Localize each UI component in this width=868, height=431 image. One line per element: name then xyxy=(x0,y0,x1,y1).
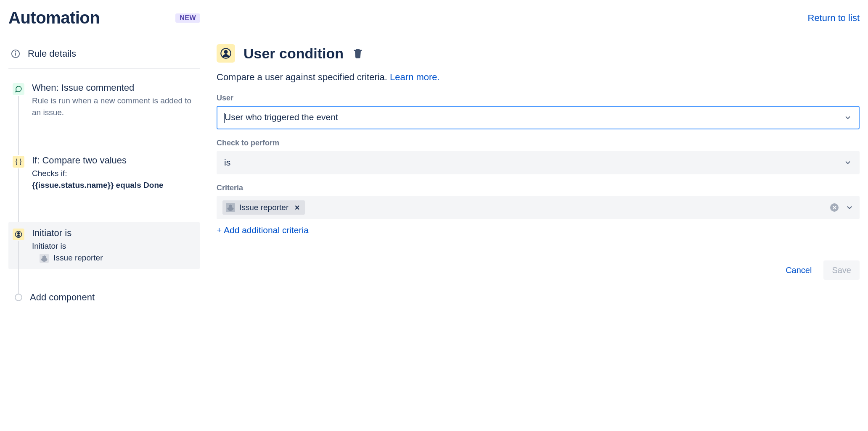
criteria-select[interactable]: Issue reporter ✕ ✕ xyxy=(217,196,860,219)
comment-icon xyxy=(13,83,24,95)
chevron-down-icon xyxy=(844,113,852,122)
info-icon xyxy=(11,49,20,58)
page-title: Automation xyxy=(8,8,100,27)
initiator-title: Initiator is xyxy=(32,228,196,239)
user-field-label: User xyxy=(217,94,860,102)
add-component-label: Add component xyxy=(30,292,196,303)
svg-point-2 xyxy=(16,52,16,52)
check-field-label: Check to perform xyxy=(217,139,860,147)
initiator-desc-1: Initiator is xyxy=(32,240,196,252)
user-icon xyxy=(13,229,24,240)
timeline-trigger[interactable]: When: Issue commented Rule is run when a… xyxy=(8,76,200,124)
cancel-button[interactable]: Cancel xyxy=(777,260,820,280)
criteria-chip: Issue reporter ✕ xyxy=(222,200,305,215)
rule-details-label: Rule details xyxy=(28,48,76,59)
avatar-icon xyxy=(226,203,235,212)
criteria-chip-label: Issue reporter xyxy=(239,203,288,212)
learn-more-link[interactable]: Learn more. xyxy=(390,72,440,82)
chevron-down-icon xyxy=(844,158,852,167)
compare-desc-1: Checks if: xyxy=(32,168,196,179)
trigger-title: When: Issue commented xyxy=(32,82,196,93)
check-select[interactable]: is xyxy=(217,151,860,174)
initiator-desc-2: Issue reporter xyxy=(32,252,196,264)
chevron-down-icon xyxy=(845,203,854,212)
compare-title: If: Compare two values xyxy=(32,155,196,166)
save-button[interactable]: Save xyxy=(823,260,860,280)
new-badge: NEW xyxy=(175,13,200,23)
svg-point-6 xyxy=(225,50,228,53)
clear-all-icon[interactable]: ✕ xyxy=(830,203,839,212)
return-to-list-link[interactable]: Return to list xyxy=(808,13,860,24)
user-condition-icon xyxy=(217,44,235,63)
timeline-condition-compare[interactable]: If: Compare two values Checks if: {{issu… xyxy=(8,149,200,197)
braces-icon xyxy=(13,156,24,168)
add-component-button[interactable]: Add component xyxy=(8,286,200,310)
trigger-desc: Rule is run when a new comment is added … xyxy=(32,95,196,118)
user-select[interactable]: User who triggered the event xyxy=(217,106,860,129)
add-criteria-link[interactable]: + Add additional criteria xyxy=(217,225,309,235)
timeline-connector xyxy=(18,168,19,228)
main-title: User condition xyxy=(243,45,344,62)
check-select-value: is xyxy=(224,158,230,168)
empty-circle-icon xyxy=(15,294,22,301)
timeline-user-condition[interactable]: Initiator is Initiator is Issue reporter xyxy=(8,222,200,269)
user-select-value: User who triggered the event xyxy=(225,112,338,122)
rule-details-row[interactable]: Rule details xyxy=(8,44,200,69)
compare-desc-2: {{issue.status.name}} equals Done xyxy=(32,179,196,191)
chip-remove-icon[interactable]: ✕ xyxy=(293,204,302,212)
timeline-connector xyxy=(18,96,19,155)
avatar-icon xyxy=(40,254,49,263)
svg-point-4 xyxy=(18,233,20,235)
main-description: Compare a user against specified criteri… xyxy=(217,72,860,83)
initiator-chip-label: Issue reporter xyxy=(53,253,103,262)
criteria-field-label: Criteria xyxy=(217,184,860,192)
delete-icon[interactable] xyxy=(352,47,364,59)
